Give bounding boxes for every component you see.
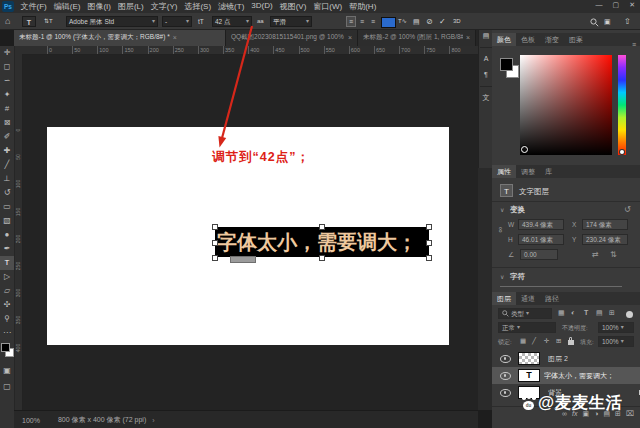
fill-field[interactable]: 100% ▾ [598,336,634,347]
flip-horizontal-icon[interactable]: ⇄ [592,250,599,259]
transform-handle[interactable] [319,224,325,230]
toggle-panels-icon[interactable]: ▤ [413,16,420,27]
minimize-button[interactable]: — [596,1,603,9]
quick-mask-button[interactable]: ▣ [0,364,14,378]
filter-artboard-icon[interactable]: ⊞ [609,309,615,317]
color-saturation-square[interactable] [520,55,612,155]
x-field[interactable]: 174 像素 [582,219,628,230]
window-menu[interactable]: 窗口(W) [310,1,346,12]
layer-row-2[interactable]: 图层 2 [492,350,640,367]
filter-group-layers-icon[interactable]: ▤ [596,309,603,317]
close-button[interactable]: ✕ [629,1,635,9]
tab-channels[interactable]: 通道 [516,292,540,305]
opacity-field[interactable]: 100% ▾ [598,322,634,333]
chevron-down-icon[interactable]: ∨ [500,273,504,280]
glyphs-panel-icon[interactable]: 文 [479,90,493,106]
path-selection-tool[interactable]: ▷ [0,270,14,284]
tab-paths[interactable]: 路径 [540,292,564,305]
lock-transparent-icon[interactable]: ▦ [520,337,526,345]
filter-menu[interactable]: 滤镜(T) [215,1,248,12]
transform-handle[interactable] [212,255,218,261]
view-menu[interactable]: 视图(V) [276,1,310,12]
lasso-tool[interactable]: ∽ [0,74,14,88]
type-menu[interactable]: 文字(Y) [147,1,181,12]
tab-properties[interactable]: 属性 [492,165,516,178]
cancel-edit-icon[interactable]: ⊘ [426,16,433,27]
tab-patterns[interactable]: 图案 [564,33,588,46]
reset-transform-icon[interactable]: ↺ [624,205,631,214]
color-picker-marker[interactable] [521,146,528,153]
transform-handle[interactable] [212,224,218,230]
threed-menu[interactable]: 3D(D) [248,1,276,12]
delete-layer-icon[interactable]: ⌧ [626,410,634,418]
history-brush-tool[interactable]: ↺ [0,186,14,200]
tab-color[interactable]: 颜色 [492,33,516,46]
close-tab-icon[interactable]: × [173,34,177,41]
history-panel-icon[interactable]: ▤ [479,28,493,44]
clone-stamp-tool[interactable]: ⊥ [0,172,14,186]
flip-vertical-icon[interactable]: ⇅ [610,250,617,259]
link-dimensions-icon[interactable]: ∞ [496,227,505,233]
marquee-tool[interactable]: ◻ [0,60,14,74]
tab-untitled-2[interactable]: 未标题-2 @ 100% (图层 1, RGB/8#) * × [358,29,476,46]
tab-qq-screenshot[interactable]: QQ截图20230815115401.png @ 100% (图层 1, RGB… [226,29,358,46]
transform-handle[interactable] [426,224,432,230]
paragraph-panel-icon[interactable]: ¶ [479,67,493,83]
crop-tool[interactable]: # [0,102,14,116]
quick-selection-tool[interactable]: ✦ [0,88,14,102]
eye-icon[interactable] [500,389,511,397]
layer-thumbnail[interactable] [518,352,540,365]
transform-handle[interactable] [426,255,432,261]
filter-toggle[interactable] [626,311,633,318]
image-menu[interactable]: 图像(I) [84,1,115,12]
eye-icon[interactable] [500,355,511,363]
y-field[interactable]: 230.24 像素 [582,234,628,245]
align-left-button[interactable]: ≡ [346,16,356,27]
blur-tool[interactable]: ● [0,228,14,242]
move-tool[interactable]: ✛ [0,46,14,60]
type-color-swatch[interactable] [381,17,396,28]
select-menu[interactable]: 选择(S) [181,1,215,12]
hand-tool[interactable]: ✣ [0,298,14,312]
eyedropper-tool[interactable]: ✐ [0,130,14,144]
warp-text-icon[interactable]: T∿ [398,16,407,27]
align-right-button[interactable]: ≡ [368,16,378,27]
transform-handle[interactable] [426,240,432,246]
tab-adjustments[interactable]: 调整 [516,165,540,178]
status-chevron-icon[interactable]: › [152,417,154,424]
screen-mode-button[interactable]: ▢ [0,380,14,394]
font-style-select[interactable]: - ▾ [162,16,192,27]
filter-adjustment-layers-icon[interactable]: ◐ [571,309,575,316]
tab-gradients[interactable]: 渐变 [540,33,564,46]
zoom-tool[interactable]: ⚲ [0,312,14,326]
foreground-background-swatches[interactable] [1,343,14,358]
anti-alias-select[interactable]: 平滑 ▾ [270,16,312,27]
search-icon[interactable] [590,17,599,28]
shape-tool[interactable]: ▱ [0,284,14,298]
chevron-down-icon[interactable]: ∨ [500,206,504,213]
share-icon[interactable]: ⇧ [624,16,631,27]
tool-preset-icon[interactable]: T [22,16,36,27]
blend-mode-select[interactable]: 正常 ▾ [498,322,556,333]
commit-edit-icon[interactable]: ✓ [439,16,446,27]
home-icon[interactable]: ⌂ [5,16,10,27]
layer-thumbnail[interactable]: T [518,369,540,382]
layer-filter-select[interactable]: 类型 ▾ [498,308,552,319]
maximize-button[interactable]: ▢ [613,1,620,9]
lock-all-icon[interactable] [568,340,574,345]
frame-tool[interactable]: ⊠ [0,116,14,130]
eye-icon[interactable] [500,372,511,380]
file-menu[interactable]: 文件(F) [17,1,50,12]
tab-untitled-1[interactable]: 未标题-1 @ 100% (字体太小，需要调大；RGB/8#) * × [14,29,226,46]
width-field[interactable]: 439.4 像素 [518,219,564,230]
align-center-button[interactable]: ≡ [357,16,367,27]
character-panel-icon[interactable]: A [479,51,493,67]
transform-handle[interactable] [212,240,218,246]
text-orientation-icon[interactable]: ⇅T [44,16,53,27]
brush-tool[interactable]: ╱ [0,158,14,172]
hue-slider[interactable] [618,55,626,155]
close-tab-icon[interactable]: × [466,34,470,41]
angle-field[interactable]: 0.00 [520,249,558,260]
lock-pixels-icon[interactable]: ╱ [532,337,536,345]
tab-swatches[interactable]: 色板 [516,33,540,46]
